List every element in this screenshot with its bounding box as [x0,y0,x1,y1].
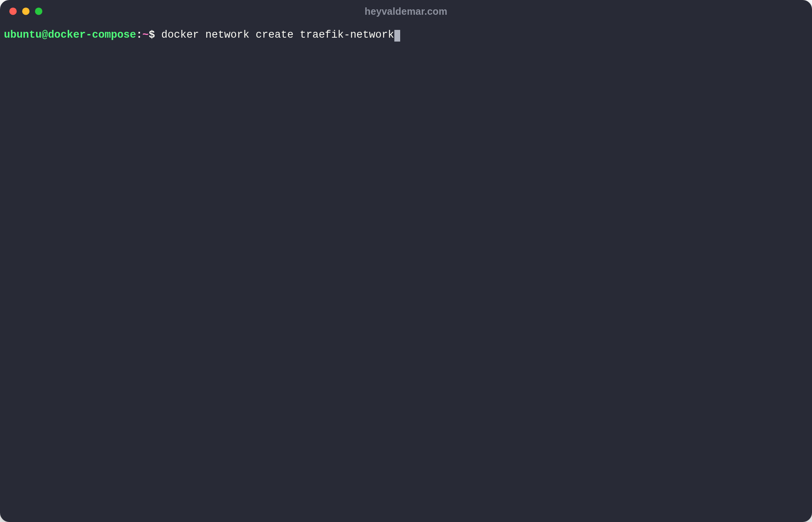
close-icon[interactable] [9,8,17,15]
minimize-icon[interactable] [22,8,30,15]
prompt-separator: : [136,29,142,41]
prompt-cwd: ~ [142,29,148,41]
terminal-body[interactable]: ubuntu@docker-compose:~$ docker network … [0,23,812,46]
terminal-window: heyvaldemar.com ubuntu@docker-compose:~$… [0,0,812,522]
prompt-user-host: ubuntu@docker-compose [4,29,136,41]
prompt-line: ubuntu@docker-compose:~$ docker network … [4,29,400,41]
command-text [155,29,161,41]
window-controls [9,8,42,15]
maximize-icon[interactable] [35,8,42,15]
window-title: heyvaldemar.com [365,6,448,17]
command-input[interactable]: docker network create traefik-network [161,29,394,41]
prompt-symbol: $ [149,29,155,41]
title-bar: heyvaldemar.com [0,0,812,23]
cursor-icon [394,30,400,42]
